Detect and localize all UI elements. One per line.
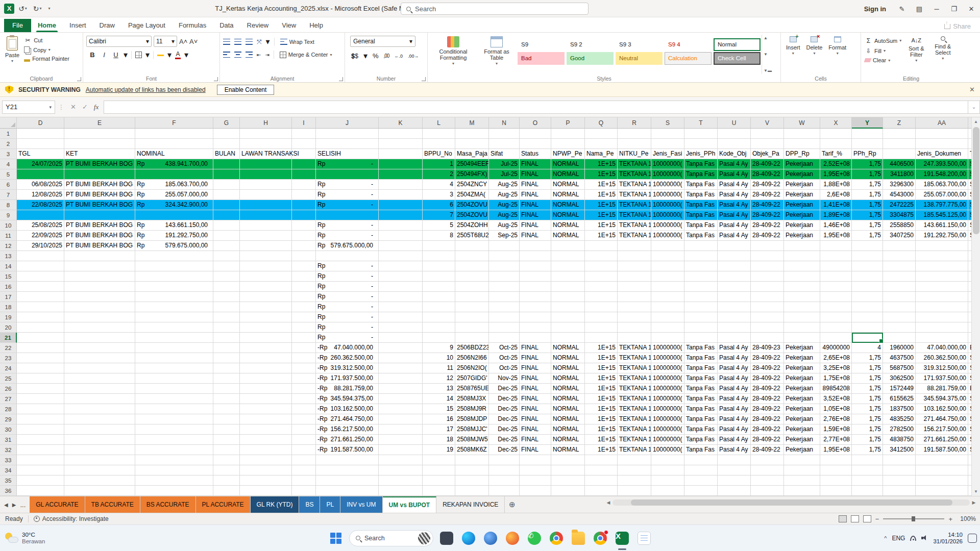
row-header-21[interactable]: 21 <box>0 333 17 343</box>
number-format-combobox[interactable]: General▾ <box>350 36 415 47</box>
borders-button[interactable] <box>135 52 142 58</box>
cell-P28[interactable]: NORMAL <box>551 404 585 414</box>
cell-G19[interactable] <box>213 312 240 322</box>
cell-K20[interactable] <box>379 322 423 333</box>
cell-I5[interactable] <box>292 169 316 180</box>
cell-K11[interactable] <box>379 231 423 241</box>
cell-J31[interactable]: -Rp271.661.250,00 <box>316 435 379 445</box>
cell-M4[interactable]: 250494EEF <box>455 159 489 169</box>
column-header-AA[interactable]: AA <box>916 117 968 129</box>
cell-F28[interactable] <box>135 404 213 414</box>
cell-I23[interactable] <box>292 353 316 363</box>
cell-T30[interactable]: Tanpa Fas <box>684 424 718 435</box>
cell-W18[interactable] <box>784 302 820 312</box>
cell-P15[interactable] <box>551 271 585 282</box>
vertical-scroll-thumb[interactable] <box>973 127 979 234</box>
cell-F30[interactable] <box>135 424 213 435</box>
cell-H10[interactable] <box>240 220 292 231</box>
cell-U36[interactable] <box>718 486 751 496</box>
cell-Y22[interactable]: 4 <box>852 343 883 353</box>
align-left-button[interactable] <box>223 52 230 58</box>
enable-content-button[interactable]: Enable Content <box>217 85 275 95</box>
page-layout-view-button[interactable] <box>851 515 859 522</box>
cell-V25[interactable]: 28-409-22 <box>751 373 784 384</box>
cell-X16[interactable] <box>820 282 852 292</box>
cell-L28[interactable]: 15 <box>423 404 455 414</box>
underline-button[interactable]: U <box>112 51 120 59</box>
styles-scroll-down-icon[interactable]: ▼ <box>764 52 772 57</box>
cell-Y4[interactable]: 1,75 <box>852 159 883 169</box>
cell-L34[interactable] <box>423 465 455 475</box>
cell-G24[interactable] <box>213 363 240 373</box>
cell-F2[interactable] <box>135 139 213 149</box>
cell-S7[interactable]: 10000000( <box>651 190 684 200</box>
cell-Y31[interactable]: 1,75 <box>852 435 883 445</box>
cell-F27[interactable] <box>135 394 213 404</box>
cell-L10[interactable]: 5 <box>423 220 455 231</box>
cell-L26[interactable]: 13 <box>423 384 455 394</box>
cell-F32[interactable] <box>135 445 213 455</box>
cell-I3[interactable] <box>292 149 316 159</box>
cell-O5[interactable]: FINAL <box>520 169 551 180</box>
vertical-scrollbar[interactable]: ▲ ▼ <box>971 117 980 496</box>
cell-M33[interactable] <box>455 455 489 465</box>
cell-G20[interactable] <box>213 322 240 333</box>
cell-H1[interactable] <box>240 129 292 139</box>
cell-T19[interactable] <box>684 312 718 322</box>
cell-V17[interactable] <box>751 292 784 302</box>
cell-Q15[interactable] <box>585 271 618 282</box>
cell-Q31[interactable]: 1E+15 <box>585 435 618 445</box>
cell-F14[interactable] <box>135 261 213 271</box>
cell-K30[interactable] <box>379 424 423 435</box>
cell-F29[interactable] <box>135 414 213 424</box>
cell-K17[interactable] <box>379 292 423 302</box>
cell-X18[interactable] <box>820 302 852 312</box>
cell-N4[interactable]: Jul-25 <box>489 159 520 169</box>
cell-W35[interactable] <box>784 475 820 486</box>
cell-R27[interactable]: TEKTANA 1 <box>618 394 651 404</box>
cell-I36[interactable] <box>292 486 316 496</box>
cell-V27[interactable]: 28-409-22 <box>751 394 784 404</box>
undo-button[interactable]: ↺▾ <box>16 4 29 14</box>
cell-O13[interactable] <box>520 251 551 261</box>
row-header-33[interactable]: 33 <box>0 455 17 465</box>
chrome-profile-app[interactable] <box>592 530 609 547</box>
cell-K3[interactable] <box>379 149 423 159</box>
cell-N13[interactable] <box>489 251 520 261</box>
ribbon-tab-home[interactable]: Home <box>31 19 63 32</box>
cell-V36[interactable] <box>751 486 784 496</box>
cell-X11[interactable]: 1,95E+08 <box>820 231 852 241</box>
cell-S2[interactable] <box>651 139 684 149</box>
cell-L8[interactable]: 6 <box>423 200 455 210</box>
row-header-4[interactable]: 4 <box>0 159 17 169</box>
cell-E31[interactable] <box>64 435 135 445</box>
row-header-17[interactable]: 17 <box>0 292 17 302</box>
cell-AA27[interactable]: 345.594.375,00 <box>916 394 968 404</box>
undo-dropdown-icon[interactable]: ▾ <box>25 6 27 11</box>
cell-H35[interactable] <box>240 475 292 486</box>
cell-P32[interactable]: NORMAL <box>551 445 585 455</box>
wifi-icon[interactable] <box>910 536 916 541</box>
ribbon-tab-page-layout[interactable]: Page Layout <box>121 19 172 32</box>
cell-Z18[interactable] <box>883 302 916 312</box>
cell-O9[interactable]: FINAL <box>520 210 551 220</box>
cell-G3[interactable]: BULAN <box>213 149 240 159</box>
cell-V34[interactable] <box>751 465 784 475</box>
cell-T11[interactable]: Tanpa Fas <box>684 231 718 241</box>
cell-K6[interactable] <box>379 180 423 190</box>
cell-Z14[interactable] <box>883 261 916 271</box>
column-header-V[interactable]: V <box>751 117 784 129</box>
cell-E33[interactable] <box>64 455 135 465</box>
cell-H20[interactable] <box>240 322 292 333</box>
cell-P36[interactable] <box>551 486 585 496</box>
cell-M34[interactable] <box>455 465 489 475</box>
cell-D1[interactable] <box>17 129 64 139</box>
cell-X32[interactable]: 1,95E+08 <box>820 445 852 455</box>
cell-E20[interactable] <box>64 322 135 333</box>
cell-O34[interactable] <box>520 465 551 475</box>
cell-E1[interactable] <box>64 129 135 139</box>
row-header-36[interactable]: 36 <box>0 486 17 496</box>
cell-P13[interactable] <box>551 251 585 261</box>
cell-X36[interactable] <box>820 486 852 496</box>
cell-Z17[interactable] <box>883 292 916 302</box>
